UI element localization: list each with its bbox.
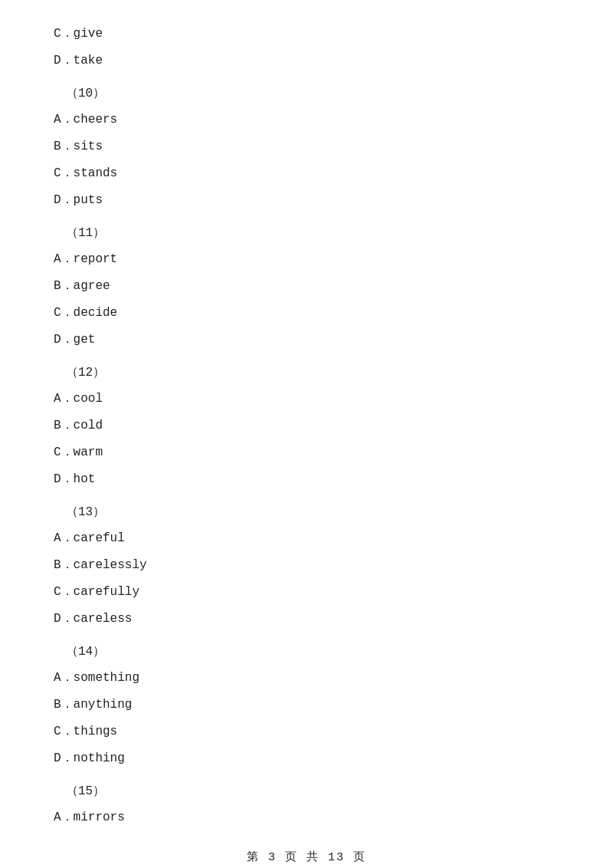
answer-option: A．mirrors	[54, 807, 559, 829]
question-number: （12）	[54, 362, 559, 384]
answer-option: A．cool	[54, 388, 559, 410]
answer-option: A．something	[54, 667, 559, 689]
answer-option: B．carelessly	[54, 554, 559, 577]
question-number: （14）	[54, 641, 559, 663]
answer-option: A．careful	[54, 528, 559, 550]
answer-option: B．anything	[54, 694, 559, 716]
answer-option: D．puts	[54, 189, 559, 212]
answer-option: B．agree	[54, 275, 559, 298]
answer-option: C．carefully	[54, 581, 559, 603]
answer-option: D．get	[54, 329, 559, 351]
page-footer: 第 3 页 共 13 页	[0, 850, 613, 864]
answer-option: D．careless	[54, 608, 559, 630]
answer-option: C．things	[54, 721, 559, 743]
question-number: （13）	[54, 501, 559, 524]
answer-option: C．warm	[54, 442, 559, 464]
answer-option: D．nothing	[54, 748, 559, 770]
answer-option: C．decide	[54, 302, 559, 324]
answer-option: D．take	[54, 50, 559, 72]
answer-option: B．sits	[54, 136, 559, 158]
question-number: （11）	[54, 222, 559, 245]
answer-option: B．cold	[54, 415, 559, 437]
question-number: （10）	[54, 83, 559, 105]
answer-option: C．give	[54, 23, 559, 45]
question-number: （15）	[54, 781, 559, 803]
answer-option: D．hot	[54, 469, 559, 491]
main-content: C．giveD．take（10）A．cheersB．sitsC．standsD．…	[0, 0, 613, 868]
answer-option: A．cheers	[54, 109, 559, 131]
answer-option: C．stands	[54, 163, 559, 185]
answer-option: A．report	[54, 248, 559, 271]
